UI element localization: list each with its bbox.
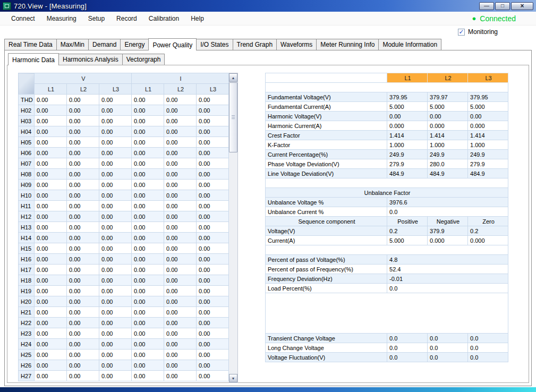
grid-cell: 0.00 xyxy=(35,158,67,169)
pq-row-label: Fundamental Voltage(V) xyxy=(266,92,387,102)
subtab-harmonics-analysis[interactable]: Harmonics Analysis xyxy=(58,54,123,65)
blank-row-cell xyxy=(266,293,508,334)
harmonic-row: H270.000.000.000.000.000.00 xyxy=(19,371,229,381)
pq-row-label: Harmonic Current(A) xyxy=(266,121,387,131)
row-header-cell: H14 xyxy=(19,233,35,243)
vertical-scrollbar[interactable]: ▲ ▼ xyxy=(229,73,238,383)
subtab-harmonic-data[interactable]: Harmonic Data xyxy=(8,53,59,65)
pq-row: Voltage(V)0.2379.90.2 xyxy=(266,226,508,236)
menu-item-measuring[interactable]: Measuring xyxy=(41,13,82,24)
grid-cell: 0.00 xyxy=(99,254,132,265)
grid-cell: 0.00 xyxy=(132,254,164,265)
pq-row: Percent of pass of Voltage(%)4.8 xyxy=(266,255,508,265)
menu-item-help[interactable]: Help xyxy=(185,13,210,24)
tab-energy[interactable]: Energy xyxy=(120,39,149,50)
pq-value-cell: 249.9 xyxy=(387,150,428,159)
grid-cell: 0.00 xyxy=(164,158,197,169)
row-header-cell: H04 xyxy=(19,126,35,137)
menu-item-setup[interactable]: Setup xyxy=(82,13,110,24)
grid-cell: 0.00 xyxy=(35,105,67,116)
grid-cell: 0.00 xyxy=(132,158,164,169)
grid-cell: 0.00 xyxy=(132,265,164,275)
pq-value-cell: 379.97 xyxy=(428,92,468,102)
pq-row xyxy=(266,178,508,188)
harmonic-row: H090.000.000.000.000.000.00 xyxy=(19,180,229,190)
tab-meter-running-info[interactable]: Meter Running Info xyxy=(316,39,379,50)
pq-value-cell: 379.9 xyxy=(428,226,468,236)
scroll-up-button[interactable]: ▲ xyxy=(229,73,237,82)
pq-value-cell: 0.2 xyxy=(387,226,428,236)
pq-row-label: Harmonic Voltage(V) xyxy=(266,112,387,121)
harmonic-row: H100.000.000.000.000.000.00 xyxy=(19,190,229,201)
pq-value-cell: 52.4 xyxy=(387,265,508,274)
pq-row: Frequency Deviation(Hz)-0.01 xyxy=(266,274,508,284)
harmonic-row: H220.000.000.000.000.000.00 xyxy=(19,318,229,328)
tab-module-information[interactable]: Module Information xyxy=(378,39,441,50)
grid-cell: 0.00 xyxy=(132,137,164,148)
grid-cell: 0.00 xyxy=(197,318,229,328)
menu-item-record[interactable]: Record xyxy=(110,13,143,24)
menu-item-connect[interactable]: Connect xyxy=(5,13,41,24)
scroll-down-button[interactable]: ▼ xyxy=(229,374,237,382)
grid-cell: 0.00 xyxy=(132,95,164,105)
pq-row: Load Percent(%)0.0 xyxy=(266,284,508,293)
harmonic-row: H040.000.000.000.000.000.00 xyxy=(19,126,229,137)
grid-cell: 0.00 xyxy=(197,116,229,126)
grid-cell: 0.00 xyxy=(164,211,197,222)
grid-cell: 0.00 xyxy=(35,371,67,381)
pq-value-cell: 484.9 xyxy=(468,169,508,178)
monitoring-checkbox[interactable]: ✓ xyxy=(458,29,465,36)
grid-cell: 0.00 xyxy=(99,116,132,126)
grid-cell: 0.00 xyxy=(67,286,99,296)
harmonic-row: H260.000.000.000.000.000.00 xyxy=(19,360,229,371)
pq-value-cell: 0.0 xyxy=(428,334,468,343)
pq-row-label: Long Change Voltage xyxy=(266,343,387,353)
grid-cell: 0.00 xyxy=(35,95,67,105)
row-header-cell: H27 xyxy=(19,371,35,381)
maximize-button[interactable]: □ xyxy=(495,2,510,10)
grid-cell: 0.00 xyxy=(132,105,164,116)
minimize-button[interactable]: — xyxy=(479,2,494,10)
grid-cell: 0.00 xyxy=(164,296,197,307)
grid-cell: 0.00 xyxy=(99,211,132,222)
pq-row-label: Unbalance Current % xyxy=(266,207,387,217)
grid-cell: 0.00 xyxy=(99,318,132,328)
grid-cell: 0.00 xyxy=(67,169,99,180)
tab-power-quality[interactable]: Power Quality xyxy=(148,38,197,50)
menu-item-calibration[interactable]: Calibration xyxy=(143,13,185,24)
scrollbar-thumb[interactable] xyxy=(229,82,237,152)
pq-value-cell: 0.00 xyxy=(468,112,508,121)
pq-value-cell: 4.8 xyxy=(387,255,508,265)
pq-row-label: Crest Factor xyxy=(266,131,387,140)
subtab-vectorgraph[interactable]: Vectorgraph xyxy=(122,54,165,65)
grid-cell: 0.00 xyxy=(197,275,229,286)
power-quality-content: Harmonic DataHarmonics AnalysisVectorgra… xyxy=(7,54,529,383)
pq-value-cell: 0.000 xyxy=(428,121,468,131)
row-header-cell: H08 xyxy=(19,169,35,180)
grid-cell: 0.00 xyxy=(132,148,164,158)
grid-cell: 0.00 xyxy=(164,339,197,350)
pq-value-cell: 5.000 xyxy=(428,102,468,112)
grid-cell: 0.00 xyxy=(67,233,99,243)
grid-cell: 0.00 xyxy=(67,360,99,371)
tab-real-time-data[interactable]: Real Time Data xyxy=(4,39,57,50)
column-header: L3 xyxy=(197,84,229,95)
title-bar[interactable]: 720.View - [Measuring] — □ × xyxy=(0,0,536,12)
tab-max-min[interactable]: Max/Min xyxy=(56,39,89,50)
grid-cell: 0.00 xyxy=(35,286,67,296)
pq-row: K-Factor1.0001.0001.000 xyxy=(266,140,508,150)
tab-i-o-states[interactable]: I/O States xyxy=(196,39,233,50)
grid-cell: 0.00 xyxy=(35,350,67,360)
tab-trend-graph[interactable]: Trend Graph xyxy=(233,39,277,50)
tab-waveforms[interactable]: Waveforms xyxy=(276,39,317,50)
grid-cell: 0.00 xyxy=(164,190,197,201)
pq-row-label: Sequence component xyxy=(266,217,387,226)
grid-cell: 0.00 xyxy=(99,286,132,296)
close-button[interactable]: × xyxy=(511,2,533,10)
grid-cell: 0.00 xyxy=(164,254,197,265)
pq-subcolumn-header: Zero xyxy=(468,217,508,226)
pq-value-cell: 5.000 xyxy=(387,236,428,245)
tab-demand[interactable]: Demand xyxy=(88,39,121,50)
column-header: L1 xyxy=(35,84,67,95)
pq-row: Fundamental Voltage(V)379.95379.97379.95 xyxy=(266,92,508,102)
